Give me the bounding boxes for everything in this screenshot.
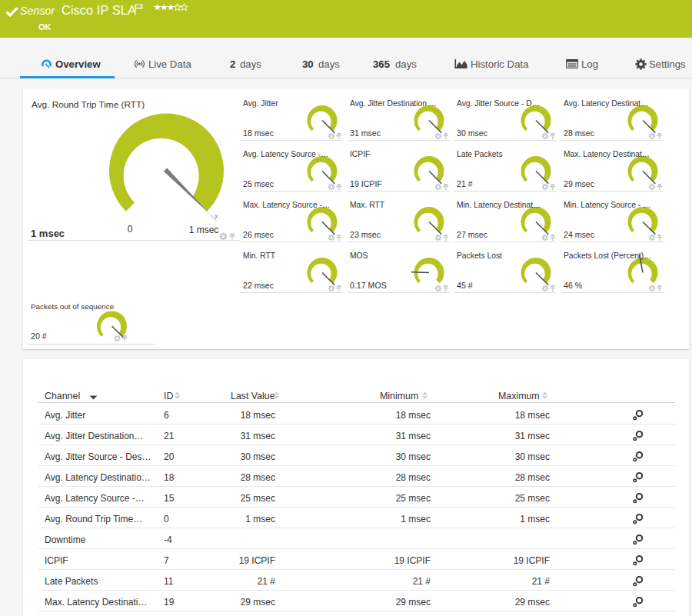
svg-text:x: x	[215, 212, 218, 220]
